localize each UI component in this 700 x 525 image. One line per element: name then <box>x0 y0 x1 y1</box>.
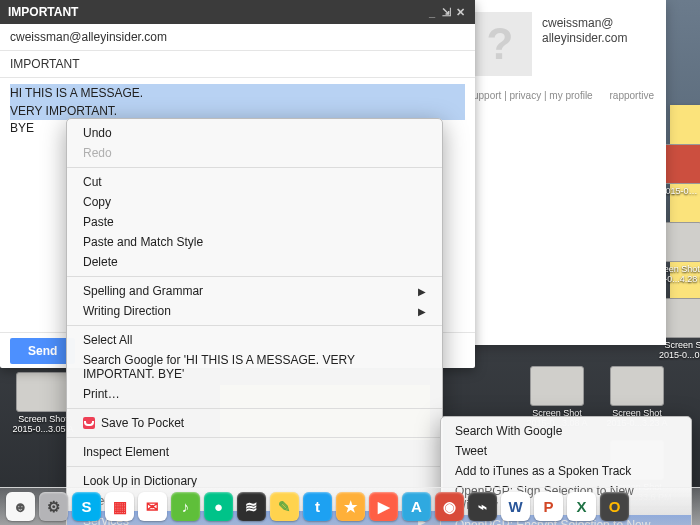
dock-app[interactable]: ✉ <box>138 492 167 521</box>
service-itunes-spoken[interactable]: Add to iTunes as a Spoken Track <box>441 461 691 481</box>
service-search-google[interactable]: Search With Google <box>441 421 691 441</box>
menu-redo: Redo <box>67 143 442 163</box>
menu-inspect[interactable]: Inspect Element <box>67 442 442 462</box>
dock-app[interactable]: ≋ <box>237 492 266 521</box>
dock-app[interactable]: ★ <box>336 492 365 521</box>
dock-app[interactable]: ✎ <box>270 492 299 521</box>
service-tweet[interactable]: Tweet <box>441 441 691 461</box>
rapportive-footer: support | privacy | my profile rapportiv… <box>468 76 654 101</box>
menu-undo[interactable]: Undo <box>67 123 442 143</box>
menu-save-pocket[interactable]: Save To Pocket <box>67 413 442 433</box>
dock-app[interactable]: P <box>534 492 563 521</box>
selected-text: HI THIS IS A MESSAGE. <box>10 84 465 102</box>
dock-app[interactable]: ♪ <box>171 492 200 521</box>
dock-app[interactable]: ⌁ <box>468 492 497 521</box>
avatar-placeholder: ? <box>468 12 532 76</box>
menu-copy[interactable]: Copy <box>67 192 442 212</box>
menu-cut[interactable]: Cut <box>67 172 442 192</box>
menu-spelling[interactable]: Spelling and Grammar▶ <box>67 281 442 301</box>
to-field[interactable]: cweissman@alleyinsider.com <box>0 24 475 51</box>
dock-app[interactable]: ▶ <box>369 492 398 521</box>
context-menu: Undo Redo Cut Copy Paste Paste and Match… <box>66 118 443 525</box>
chevron-right-icon: ▶ <box>418 286 426 297</box>
dock-app[interactable]: S <box>72 492 101 521</box>
dock-app[interactable]: ⚙ <box>39 492 68 521</box>
menu-search-google[interactable]: Search Google for 'HI THIS IS A MESSAGE.… <box>67 350 442 384</box>
menu-delete[interactable]: Delete <box>67 252 442 272</box>
close-icon[interactable]: ✕ <box>453 6 467 19</box>
subject-field[interactable]: IMPORTANT <box>0 51 475 78</box>
pocket-icon <box>83 417 95 429</box>
minimize-icon[interactable]: _ <box>425 6 439 18</box>
menu-print[interactable]: Print… <box>67 384 442 404</box>
dock-app[interactable]: ● <box>204 492 233 521</box>
compose-titlebar[interactable]: IMPORTANT _ ⇲ ✕ <box>0 0 475 24</box>
menu-paste-match[interactable]: Paste and Match Style <box>67 232 442 252</box>
dock-app[interactable]: t <box>303 492 332 521</box>
dock-app[interactable]: ◉ <box>435 492 464 521</box>
menu-writing-direction[interactable]: Writing Direction▶ <box>67 301 442 321</box>
dock-app[interactable]: W <box>501 492 530 521</box>
popout-icon[interactable]: ⇲ <box>439 6 453 19</box>
compose-title: IMPORTANT <box>8 5 78 19</box>
dock-app[interactable]: ▦ <box>105 492 134 521</box>
dock-app[interactable]: ☻ <box>6 492 35 521</box>
rapportive-card: ? cweissman@ alleyinsider.com support | … <box>456 0 666 345</box>
dock-app[interactable]: O <box>600 492 629 521</box>
dock-app[interactable]: X <box>567 492 596 521</box>
menu-paste[interactable]: Paste <box>67 212 442 232</box>
menu-select-all[interactable]: Select All <box>67 330 442 350</box>
dock-app[interactable]: A <box>402 492 431 521</box>
dock: ☻⚙S▦✉♪●≋✎t★▶A◉⌁WPXO <box>0 487 700 525</box>
chevron-right-icon: ▶ <box>418 306 426 317</box>
